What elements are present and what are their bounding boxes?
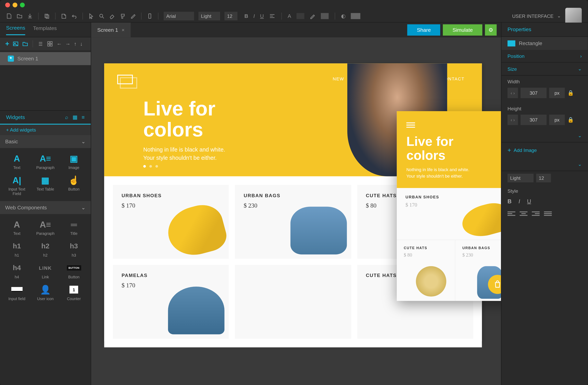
width-input[interactable] [521, 88, 547, 98]
widget-web-title[interactable]: ═Title [61, 218, 87, 237]
eraser-icon[interactable] [109, 13, 115, 19]
close-tab-icon[interactable]: × [122, 27, 125, 33]
collapse-row[interactable]: ⌄ [501, 158, 588, 171]
widget-h1[interactable]: h1h1 [3, 239, 30, 259]
opacity-value[interactable] [351, 13, 360, 19]
paint-icon[interactable] [119, 13, 126, 19]
align-justify-icon[interactable] [544, 212, 552, 218]
search-widgets-icon[interactable]: ⌕ [65, 114, 68, 120]
save-icon[interactable] [27, 13, 33, 19]
width-unit[interactable] [549, 88, 565, 98]
export-icon[interactable] [61, 13, 67, 19]
widget-inputfield[interactable]: Input field [3, 283, 30, 303]
canvas-tab[interactable]: Screen 1 × [91, 22, 131, 37]
widget-table[interactable]: ▦Text Table [32, 173, 59, 198]
widget-h4[interactable]: h4h4 [3, 261, 30, 281]
minimize-window-icon[interactable] [13, 2, 17, 7]
height-unit[interactable] [549, 115, 565, 125]
widget-paragraph[interactable]: A≡Paragraph [32, 151, 59, 171]
section-basic[interactable]: Basic⌄ [0, 135, 91, 148]
widget-button[interactable]: ☝Button [61, 173, 87, 198]
widget-web-button[interactable]: BUTTONButton [61, 261, 87, 281]
prop-font-size[interactable] [536, 174, 551, 182]
simulate-button[interactable]: Simulate [443, 24, 482, 36]
tab-screens[interactable]: Screens [6, 24, 25, 35]
screen-item[interactable]: Screen 1 [0, 52, 91, 65]
arrow-up-icon[interactable]: ↑ [74, 41, 76, 47]
prop-italic-icon[interactable]: I [519, 198, 520, 204]
bold-icon[interactable]: B [244, 13, 248, 19]
widget-usericon[interactable]: 👤User icon [32, 283, 59, 303]
logo-icon[interactable] [117, 75, 133, 84]
size-section[interactable]: Size⌄ [501, 63, 588, 75]
mobile-artboard[interactable]: Live forcolors Nothing in life is black … [397, 111, 501, 301]
widget-h2[interactable]: h2h2 [32, 239, 59, 259]
image-icon[interactable] [13, 41, 19, 47]
prop-bold-icon[interactable]: B [507, 198, 512, 204]
hamburger-icon[interactable] [406, 123, 415, 123]
height-input[interactable] [521, 115, 547, 125]
mobile-product[interactable]: CUTE HATS$ 80 [397, 240, 456, 301]
add-image-button[interactable]: +Add Image [501, 143, 588, 158]
text-color-icon[interactable]: A [288, 13, 291, 19]
nav-new[interactable]: NEW [333, 76, 344, 81]
product-card[interactable]: PAMELAS$ 170 [113, 265, 229, 339]
align-right-icon[interactable] [532, 212, 540, 218]
pointer-icon[interactable] [88, 13, 94, 19]
prop-underline-icon[interactable]: U [527, 198, 531, 204]
widget-input[interactable]: A|Input Text Field [3, 173, 30, 198]
list-icon[interactable] [38, 41, 43, 47]
copy-icon[interactable] [44, 13, 50, 19]
list-view-icon[interactable]: ≡ [82, 114, 85, 120]
arrow-left-icon[interactable]: ← [57, 41, 62, 47]
eyedropper-icon[interactable] [130, 13, 136, 19]
product-card[interactable]: URBAN BAGS$ 230 [235, 185, 351, 259]
font-family-input[interactable] [164, 12, 194, 20]
grid-view-icon[interactable]: ▦ [73, 114, 77, 120]
carousel-dots[interactable] [143, 165, 158, 168]
product-card[interactable]: URBAN SHOES$ 170 [113, 185, 229, 259]
maximize-window-icon[interactable] [20, 2, 25, 7]
add-widgets-button[interactable]: + Add widgets [0, 125, 91, 135]
grid-icon[interactable] [47, 41, 53, 47]
align-left-icon[interactable] [507, 212, 515, 218]
lock-icon[interactable]: 🔒 [567, 90, 574, 96]
align-center-icon[interactable] [520, 212, 527, 218]
collapse-row[interactable]: ⌄ [501, 129, 588, 142]
add-screen-icon[interactable]: + [5, 40, 9, 48]
selected-element[interactable]: Rectangle [501, 37, 588, 50]
italic-icon[interactable]: I [253, 13, 255, 19]
widget-image[interactable]: ▣Image [61, 151, 87, 171]
user-menu[interactable]: USER INTERFACE ⌄ [512, 13, 561, 19]
font-weight-input[interactable] [198, 12, 220, 20]
widget-web-text[interactable]: AText [3, 218, 30, 237]
position-section[interactable]: Position› [501, 50, 588, 63]
widget-link[interactable]: LINKLink [32, 261, 59, 281]
prop-font-weight[interactable] [507, 174, 533, 182]
align-icon[interactable] [269, 13, 275, 19]
undo-icon[interactable] [71, 13, 77, 19]
search-icon[interactable] [99, 13, 105, 19]
open-folder-icon[interactable] [17, 13, 22, 19]
widget-web-paragraph[interactable]: A≡Paragraph [32, 218, 59, 237]
underline-icon[interactable]: U [260, 13, 264, 19]
widget-counter[interactable]: 1Counter [61, 283, 87, 303]
product-card[interactable] [235, 265, 351, 339]
settings-button[interactable]: ⚙ [485, 24, 497, 36]
opacity-icon[interactable]: ◐ [341, 13, 345, 19]
color-swatch[interactable] [296, 13, 304, 19]
folder-icon[interactable] [22, 41, 28, 47]
mobile-product[interactable]: URBAN SHOES$ 170 [397, 188, 501, 240]
arrow-right-icon[interactable]: → [65, 41, 71, 47]
tab-templates[interactable]: Templates [33, 25, 57, 35]
user-avatar[interactable] [565, 8, 582, 24]
share-button[interactable]: Share [407, 24, 440, 36]
new-file-icon[interactable] [6, 13, 12, 19]
device-icon[interactable] [147, 13, 153, 19]
widget-h3[interactable]: h3h3 [61, 239, 87, 259]
font-size-input[interactable] [224, 12, 237, 20]
fill-swatch[interactable] [321, 13, 329, 19]
pen-icon[interactable] [310, 13, 315, 19]
lock-icon[interactable]: 🔒 [567, 117, 574, 123]
width-stepper[interactable]: ‹ › [507, 88, 518, 98]
